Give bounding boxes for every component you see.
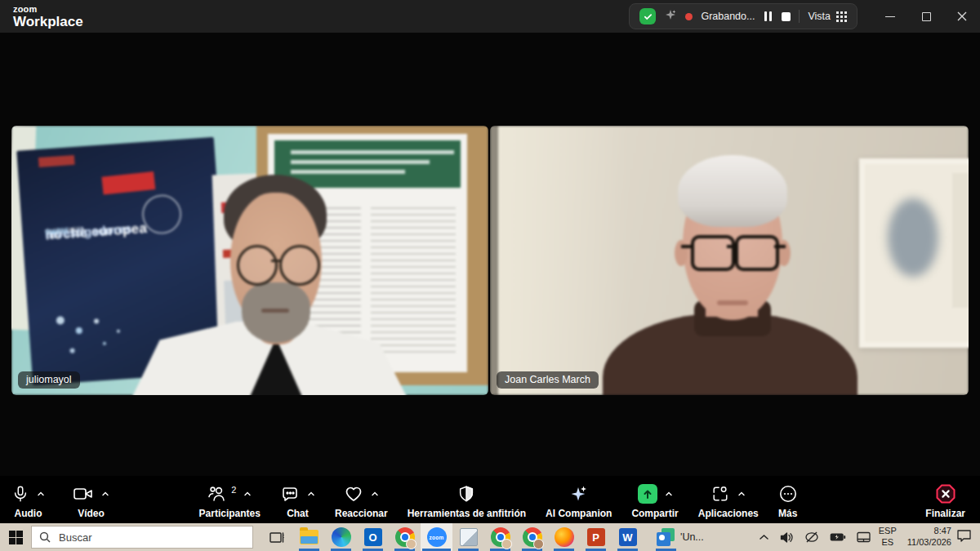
chevron-up-icon[interactable] bbox=[37, 490, 45, 498]
taskbar-clock[interactable]: 8:47 11/03/2026 bbox=[907, 526, 951, 549]
start-button[interactable] bbox=[0, 523, 31, 551]
notepad-icon bbox=[460, 528, 478, 546]
battery-icon[interactable] bbox=[830, 532, 846, 542]
participants-icon bbox=[207, 485, 227, 503]
taskbar-chrome-2[interactable] bbox=[484, 523, 516, 551]
glasses-left-lens bbox=[691, 235, 735, 271]
zoom-meeting-window: zoom Workplace Grabando... Vista bbox=[0, 0, 980, 551]
notification-center-button[interactable] bbox=[956, 529, 972, 545]
security-shield-icon[interactable] bbox=[639, 8, 656, 24]
view-button[interactable]: Vista bbox=[808, 11, 847, 22]
taskbar-notepad[interactable] bbox=[452, 523, 484, 551]
camera-icon bbox=[73, 485, 94, 503]
right-video-scene bbox=[490, 126, 969, 395]
window-light bbox=[490, 126, 629, 395]
view-label: Vista bbox=[808, 11, 831, 22]
titlebar: zoom Workplace Grabando... Vista bbox=[0, 0, 980, 33]
microphone-icon bbox=[11, 484, 29, 504]
chat-bubble-icon bbox=[280, 485, 300, 503]
end-meeting-button[interactable]: Finalizar bbox=[925, 482, 965, 519]
brand-workplace: Workplace bbox=[13, 15, 83, 29]
touchpad-icon[interactable] bbox=[857, 531, 871, 543]
chevron-up-icon[interactable] bbox=[371, 490, 379, 498]
ai-sparkle-icon[interactable] bbox=[664, 8, 677, 24]
taskbar-word[interactable]: W bbox=[612, 523, 644, 551]
recording-label: Grabando... bbox=[701, 11, 755, 22]
video-stage: decimoquinta noche europea investigadore… bbox=[0, 33, 980, 476]
chevron-up-icon[interactable] bbox=[243, 490, 252, 498]
meeting-toolbar: Audio Vídeo 2 Participantes bbox=[0, 476, 980, 523]
minimize-button[interactable] bbox=[872, 0, 908, 33]
share-screen-button[interactable]: Compartir bbox=[631, 482, 678, 519]
chat-button[interactable]: Chat bbox=[280, 482, 315, 519]
taskbar-search[interactable] bbox=[31, 526, 253, 549]
meeting-status-pill: Grabando... Vista bbox=[629, 3, 858, 29]
time: 8:47 bbox=[907, 526, 951, 537]
taskbar-open-window[interactable]: 'Un... bbox=[650, 523, 710, 551]
taskbar-edge[interactable] bbox=[325, 523, 357, 551]
powerpoint-icon: P bbox=[587, 528, 605, 546]
grey-beard bbox=[242, 282, 310, 343]
task-view-button[interactable] bbox=[261, 523, 293, 551]
end-meeting-icon bbox=[935, 483, 956, 504]
language-indicator[interactable]: ESP ES bbox=[879, 526, 897, 549]
edge-icon bbox=[332, 527, 351, 547]
recording-dot-icon bbox=[685, 13, 693, 20]
close-button[interactable] bbox=[944, 0, 980, 33]
host-tools-button[interactable]: Herramientas de anfitrión bbox=[408, 482, 526, 519]
pause-recording-button[interactable] bbox=[763, 10, 773, 23]
chevron-up-icon[interactable] bbox=[665, 490, 673, 498]
video-tile-juliomayol: decimoquinta noche europea investigadore… bbox=[11, 126, 488, 395]
react-button[interactable]: Reaccionar bbox=[335, 482, 388, 519]
taskbar-chrome-1[interactable] bbox=[389, 523, 421, 551]
minimize-icon bbox=[885, 16, 895, 17]
outlook-icon: O bbox=[364, 528, 382, 546]
white-hair bbox=[678, 155, 787, 227]
taskbar-outlook[interactable]: O bbox=[357, 523, 389, 551]
windows-taskbar: O zoom P W 'Un... ESP ES 8:47 11/03/2026 bbox=[0, 523, 980, 551]
video-tile-joan-carles-march: Joan Carles March bbox=[490, 126, 969, 395]
open-window-title: 'Un... bbox=[680, 531, 704, 543]
heart-icon bbox=[344, 485, 363, 503]
stop-recording-button[interactable] bbox=[782, 12, 791, 21]
participant-count-badge: 2 bbox=[231, 485, 236, 495]
taskbar-chrome-3[interactable] bbox=[516, 523, 548, 551]
privacy-eye-off-icon[interactable] bbox=[804, 531, 819, 544]
notification-icon bbox=[956, 529, 972, 542]
firefox-icon bbox=[555, 527, 574, 547]
zoom-app-icon: zoom bbox=[427, 527, 447, 547]
glasses-right-lens bbox=[279, 245, 320, 286]
audio-button[interactable]: Audio bbox=[11, 482, 45, 519]
date: 11/03/2026 bbox=[907, 537, 951, 549]
volume-icon[interactable] bbox=[780, 531, 794, 544]
event-poster-text: decimoquinta noche europea investigadore… bbox=[45, 216, 208, 228]
apps-icon bbox=[710, 485, 730, 503]
search-input[interactable] bbox=[57, 531, 245, 544]
restore-button[interactable] bbox=[908, 0, 944, 33]
participants-button[interactable]: 2 Participantes bbox=[199, 482, 261, 519]
apps-button[interactable]: Aplicaciones bbox=[698, 482, 759, 519]
restore-icon bbox=[922, 12, 931, 21]
chevron-up-icon[interactable] bbox=[307, 490, 315, 498]
titlebar-right: Grabando... Vista bbox=[629, 0, 980, 33]
chevron-up-icon[interactable] bbox=[101, 490, 109, 498]
taskbar-firefox[interactable] bbox=[548, 523, 580, 551]
more-button[interactable]: Más bbox=[778, 482, 798, 519]
tray-chevron-up-icon[interactable] bbox=[759, 533, 769, 541]
chevron-up-icon[interactable] bbox=[737, 490, 746, 498]
ai-companion-button[interactable]: AI Companion bbox=[546, 482, 612, 519]
taskbar-file-explorer[interactable] bbox=[293, 523, 325, 551]
grid-view-icon bbox=[836, 11, 847, 22]
participant-name-tag: juliomayol bbox=[18, 371, 80, 389]
molecule-graphic bbox=[56, 316, 65, 325]
glasses-left-lens bbox=[237, 245, 278, 286]
task-view-icon bbox=[270, 531, 286, 544]
system-tray bbox=[759, 531, 871, 544]
taskbar-powerpoint[interactable]: P bbox=[580, 523, 612, 551]
taskbar-zoom[interactable]: zoom bbox=[421, 523, 452, 551]
participant-name-tag: Joan Carles March bbox=[497, 371, 599, 389]
zoom-workplace-logo: zoom Workplace bbox=[0, 5, 83, 29]
news-app-icon bbox=[657, 528, 675, 546]
left-video-scene: decimoquinta noche europea investigadore… bbox=[11, 126, 488, 395]
video-button[interactable]: Vídeo bbox=[73, 482, 109, 519]
